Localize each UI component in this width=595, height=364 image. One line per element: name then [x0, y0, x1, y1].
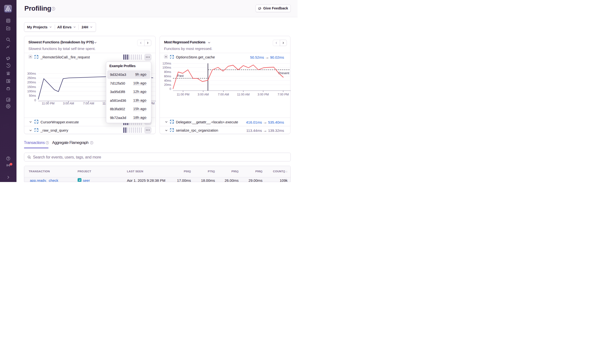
- svg-text:20ms: 20ms: [164, 83, 171, 87]
- svg-text:40ms: 40ms: [164, 79, 171, 82]
- svg-text:0: 0: [169, 87, 171, 91]
- svg-text:7:00 PM: 7:00 PM: [278, 93, 289, 96]
- svg-text:7:00 AM: 7:00 AM: [218, 93, 229, 96]
- svg-text:7:00 AM: 7:00 AM: [83, 102, 94, 105]
- svg-text:11:00 PM: 11:00 PM: [42, 102, 55, 105]
- svg-text:3:00 AM: 3:00 AM: [63, 102, 74, 105]
- svg-text:250ms: 250ms: [27, 76, 36, 80]
- svg-text:300ms: 300ms: [27, 72, 36, 75]
- svg-text:11:00 PM: 11:00 PM: [177, 93, 190, 96]
- svg-text:100ms: 100ms: [162, 66, 171, 69]
- svg-text:0: 0: [34, 99, 36, 102]
- svg-text:60ms: 60ms: [164, 75, 171, 78]
- svg-text:80ms: 80ms: [164, 70, 171, 74]
- svg-text:100ms: 100ms: [27, 90, 36, 93]
- svg-text:200ms: 200ms: [27, 81, 36, 84]
- svg-text:3:00 PM: 3:00 PM: [257, 93, 269, 96]
- svg-text:50ms: 50ms: [29, 94, 36, 97]
- svg-text:Past: Past: [177, 74, 184, 78]
- svg-text:120ms: 120ms: [162, 62, 171, 65]
- svg-text:11:00 AM: 11:00 AM: [237, 93, 250, 96]
- svg-text:150ms: 150ms: [27, 85, 36, 89]
- svg-text:3:00 AM: 3:00 AM: [198, 93, 209, 96]
